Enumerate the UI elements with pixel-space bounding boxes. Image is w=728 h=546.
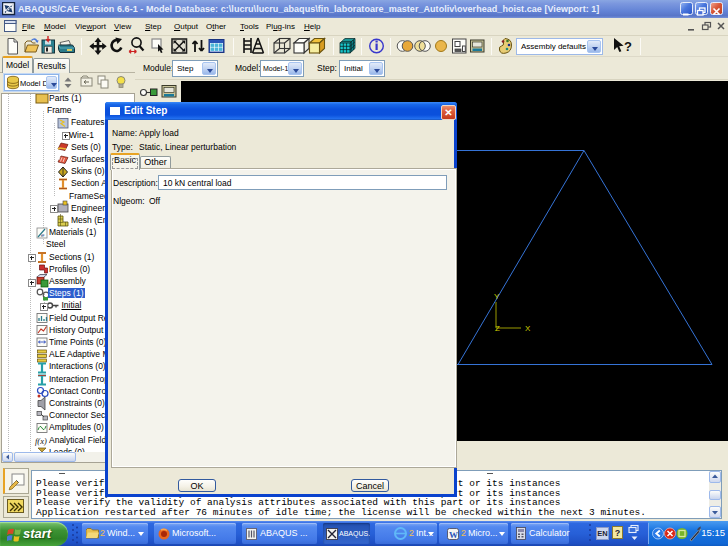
svg-text:Z: Z (495, 324, 500, 333)
svg-text:W: W (449, 530, 458, 540)
svg-text:f(x): f(x) (35, 436, 47, 446)
svg-text:?: ? (624, 39, 632, 54)
svg-text:X: X (525, 324, 531, 333)
svg-text:Y: Y (494, 292, 500, 301)
